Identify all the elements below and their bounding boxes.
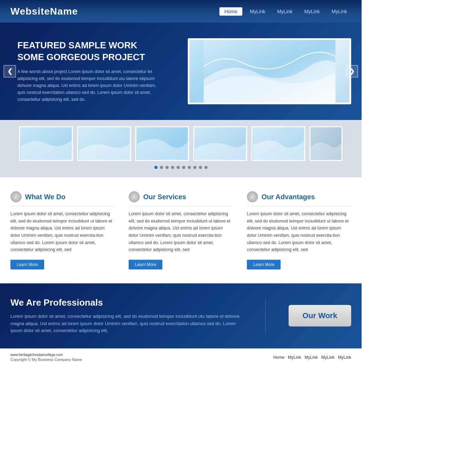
what-we-do-title: What We Do [25,193,65,201]
footer-nav-link1[interactable]: MyLink [288,355,301,360]
thumbnail-row [10,126,351,161]
slideshow-dots [10,166,351,169]
dot-3[interactable] [166,166,169,169]
our-advantages-body: Lorem ipsum dolor sit amet, consecteliur… [247,210,351,253]
nav-link1[interactable]: MyLink [246,7,269,16]
dot-1[interactable] [154,166,158,169]
footer-nav: Home MyLink MyLink MyLink MyLink [273,355,351,360]
three-col-section: ✓ What We Do Lorem ipsum dolor sit amet,… [0,177,362,283]
cta-section: We Are Professionals Lorem ipsum dolor s… [0,283,362,348]
col-what-we-do: ✓ What We Do Lorem ipsum dolor sit amet,… [10,191,115,269]
col-our-advantages: ✓ Our Advantages Lorem ipsum dolor sit a… [247,191,351,269]
footer: www.heritagechristiancollege.com Copyrig… [0,348,362,366]
footer-url: www.heritagechristiancollege.com [10,353,82,357]
hero-description: A few words about project Lorem ipsum do… [17,68,164,103]
col-our-services: ✓ Our Services Lorem ipsum dolor sit ame… [129,191,233,269]
footer-copyright: Copyright © My Business Company Name [10,357,82,362]
our-work-button[interactable]: Our Work [289,305,351,326]
main-nav: Home MyLink MyLink MyLink MyLink [219,7,351,16]
cta-divider [265,298,266,333]
hero-text: FEATURED SAMPLE WORK SOME GORGEOUS PROJE… [10,40,164,103]
nav-home[interactable]: Home [219,7,242,16]
hero-section: ❮ FEATURED SAMPLE WORK SOME GORGEOUS PRO… [0,23,362,120]
our-services-title: Our Services [143,193,186,201]
our-services-body: Lorem ipsum dolor sit amet, consecteliur… [129,210,233,253]
col-our-advantages-header: ✓ Our Advantages [247,191,351,206]
footer-left: www.heritagechristiancollege.com Copyrig… [10,353,82,362]
thumbnail-3[interactable] [135,126,189,161]
our-advantages-icon: ✓ [247,191,258,202]
thumbnail-strip [0,120,362,177]
cta-description: Lorem ipsum dolor sit amet, consecteliur… [10,313,242,334]
footer-nav-link2[interactable]: MyLink [305,355,318,360]
thumbnail-2[interactable] [77,126,131,161]
hero-prev-button[interactable]: ❮ [3,65,16,78]
dot-5[interactable] [177,166,180,169]
thumbnail-1[interactable] [19,126,73,161]
dot-2[interactable] [160,166,163,169]
thumbnail-5[interactable] [251,126,305,161]
our-services-icon: ✓ [129,191,140,202]
dot-9[interactable] [199,166,202,169]
thumbnail-4[interactable] [193,126,247,161]
header: WebsiteName Home MyLink MyLink MyLink My… [0,0,362,23]
our-advantages-learn-more-button[interactable]: Learn More [247,260,281,269]
what-we-do-learn-more-button[interactable]: Learn More [10,260,44,269]
cta-left: We Are Professionals Lorem ipsum dolor s… [10,297,242,334]
what-we-do-body: Lorem ipsum dolor sit amet, consecteliur… [10,210,115,253]
what-we-do-icon: ✓ [10,191,22,202]
col-what-we-do-header: ✓ What We Do [10,191,115,206]
dot-10[interactable] [204,166,208,169]
nav-link4[interactable]: MyLink [328,7,351,16]
dot-8[interactable] [193,166,196,169]
dot-6[interactable] [182,166,185,169]
dot-7[interactable] [188,166,191,169]
nav-link2[interactable]: MyLink [273,7,297,16]
thumbnail-6[interactable] [309,126,342,161]
nav-link3[interactable]: MyLink [300,7,324,16]
hero-next-button[interactable]: ❯ [346,65,358,78]
our-services-learn-more-button[interactable]: Learn More [129,260,162,269]
our-advantages-title: Our Advantages [261,193,315,201]
col-our-services-header: ✓ Our Services [129,191,233,206]
footer-nav-link3[interactable]: MyLink [321,355,334,360]
hero-image [188,38,351,104]
footer-nav-link4[interactable]: MyLink [338,355,351,360]
footer-nav-home[interactable]: Home [273,355,284,360]
site-name: WebsiteName [10,6,78,17]
cta-title: We Are Professionals [10,297,242,308]
dot-4[interactable] [171,166,174,169]
hero-title: FEATURED SAMPLE WORK SOME GORGEOUS PROJE… [17,40,164,63]
